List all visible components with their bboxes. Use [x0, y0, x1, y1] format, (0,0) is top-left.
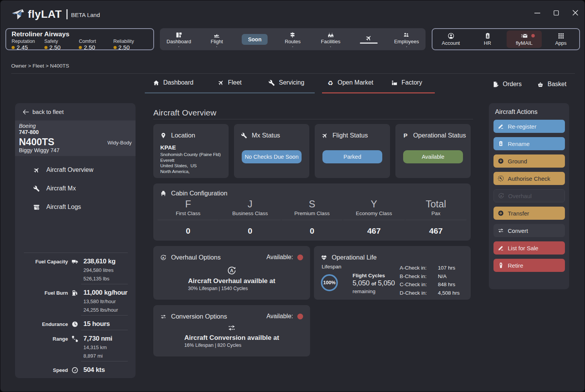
- nav-item-facilities[interactable]: Facilities: [312, 28, 349, 50]
- pen-icon: [498, 123, 504, 129]
- card-title: Operational Status: [413, 132, 466, 139]
- tab-orders[interactable]: Orders: [492, 76, 522, 92]
- flight-cycles-label: Flight Cycles: [353, 273, 400, 279]
- button-label: Convert: [508, 227, 528, 234]
- orders-file-icon: [492, 81, 499, 88]
- tab-fleet[interactable]: Fleet: [202, 76, 258, 92]
- stat-label: Reputation: [12, 39, 44, 44]
- c-check-row: C-Check in: 848 hrs: [400, 280, 465, 289]
- nav-item-aircraft-active[interactable]: [349, 28, 387, 50]
- arrow-left-icon: [23, 109, 29, 115]
- sidebar-item-label: Aircraft Mx: [46, 185, 76, 192]
- ground-button[interactable]: Ground: [493, 154, 565, 168]
- nav-item-flight[interactable]: Flight: [198, 28, 236, 50]
- quick-nav-label: HR: [484, 40, 491, 46]
- coffin-icon: [498, 262, 504, 268]
- card-title: Operational Life: [332, 254, 377, 261]
- cabin-col-economy: Y Economy Class: [343, 198, 404, 220]
- circle-right-icon: [498, 210, 504, 216]
- soon-badge: Soon: [242, 34, 268, 45]
- operational-status-pill[interactable]: Available: [403, 150, 463, 163]
- a-check-row: A-Check in: 107 hrs: [400, 264, 465, 272]
- maximize-button[interactable]: [547, 0, 566, 25]
- minimize-button[interactable]: [528, 0, 547, 25]
- flight-cycles-value: 5,050 of 5,050: [353, 279, 400, 288]
- button-label: Authorise Check: [508, 175, 550, 182]
- conversion-options-card: Conversion Options Available: Aircraft C…: [153, 305, 310, 356]
- overhaul-button[interactable]: Overhaul: [493, 189, 565, 202]
- app-window: flyLAT BETA Land Retroliner Airways Repu…: [0, 0, 585, 392]
- close-button[interactable]: [566, 0, 585, 25]
- location-pin-icon: [160, 132, 166, 139]
- nav-item-dashboard[interactable]: Dashboard: [160, 28, 198, 50]
- quick-nav-flymail[interactable]: flyMAIL: [507, 31, 542, 48]
- remaining-label: remaining: [353, 288, 400, 295]
- stat-alt-value: 8,897 mi: [83, 353, 128, 359]
- cabin-class-count: 467: [405, 220, 467, 236]
- retire-button[interactable]: Retire: [493, 259, 565, 272]
- flight-status-pill[interactable]: Parked: [322, 150, 382, 163]
- location-line: Snohomish County (Paine Fld): [160, 152, 223, 158]
- list-for-sale-button[interactable]: List for Sale: [493, 241, 565, 255]
- quick-nav-apps[interactable]: Apps: [543, 31, 578, 48]
- airline-summary-card[interactable]: Retroliner Airways Reputation 2.45 Safet…: [5, 28, 154, 50]
- convert-button[interactable]: Convert: [493, 224, 565, 237]
- d-check-row: D-Check in: 4,508 hrs: [400, 289, 465, 297]
- quick-nav: Account HR flyMAIL Apps: [432, 28, 580, 50]
- rating-dot: [44, 46, 47, 49]
- mail-icon: [521, 32, 528, 39]
- mail-notification-dot: [531, 34, 535, 37]
- stat-value: 504 kts: [83, 367, 128, 373]
- nav-label: Flight: [211, 39, 223, 44]
- sidebar-item-aircraft-overview[interactable]: Aircraft Overview: [15, 161, 136, 179]
- authorise-check-button[interactable]: Authorise Check: [493, 172, 565, 185]
- window-controls: [528, 0, 585, 25]
- breadcrumb[interactable]: Owner > Fleet > N400TS: [11, 63, 69, 69]
- stat-alt-value: 24,255 lbs/hour: [83, 307, 128, 313]
- nav-dot: [330, 46, 331, 47]
- parking-icon: [402, 132, 409, 139]
- stat-value: 238,610 kg: [83, 258, 128, 265]
- stat-value: 15 hours: [83, 321, 128, 327]
- tab-dashboard[interactable]: Dashboard: [145, 76, 202, 92]
- home-icon: [153, 80, 159, 86]
- sidebar-item-aircraft-mx[interactable]: Aircraft Mx: [15, 179, 136, 198]
- rename-button[interactable]: Rename: [493, 137, 565, 150]
- fuel-pump-icon: [71, 290, 78, 296]
- quick-nav-hr[interactable]: HR: [470, 31, 505, 48]
- card-title: Flight Status: [332, 132, 368, 139]
- nav-item-soon[interactable]: Soon: [236, 28, 274, 50]
- tab-factory[interactable]: Factory: [378, 76, 435, 92]
- stat-value: 2.45: [17, 44, 28, 51]
- cabin-class-name: Economy Class: [343, 210, 404, 217]
- location-line: United States, US: [160, 163, 223, 169]
- tab-basket[interactable]: Basket: [537, 76, 566, 92]
- gauge-icon: [71, 367, 78, 373]
- tab-open-market[interactable]: Open Market: [322, 76, 378, 92]
- sidebar-item-aircraft-logs[interactable]: Aircraft Logs: [15, 198, 136, 216]
- cabin-col-total: Total Pax: [405, 198, 466, 220]
- overhaul-icon: [227, 266, 236, 275]
- mx-status-pill[interactable]: No Checks Due Soon: [242, 150, 302, 163]
- nav-item-employees[interactable]: Employees: [388, 28, 426, 50]
- nav-item-routes[interactable]: Routes: [274, 28, 312, 50]
- back-to-fleet-button[interactable]: back to fleet: [15, 103, 136, 120]
- transfer-button[interactable]: Transfer: [493, 207, 565, 220]
- quick-nav-account[interactable]: Account: [433, 31, 468, 48]
- tab-servicing[interactable]: Servicing: [258, 76, 315, 92]
- re-register-button[interactable]: Re-register: [493, 120, 565, 133]
- cabin-class-code: Total: [405, 198, 466, 210]
- card-title: Conversion Options: [171, 313, 227, 320]
- stat-label: Fuel Capacity: [35, 258, 68, 265]
- wrench-circle-icon: [498, 175, 504, 182]
- overhaul-icon: [498, 193, 504, 199]
- check-value: 4,508 hrs: [438, 290, 460, 296]
- button-label: Overhaul: [508, 193, 532, 199]
- card-title: Cabin Configuration: [171, 190, 227, 197]
- stat-endurance: Endurance 15 hours: [23, 316, 128, 328]
- brand-separator: [66, 9, 68, 19]
- tab-label: Fleet: [228, 79, 242, 86]
- available-label: Available:: [266, 313, 293, 320]
- id-badge-icon: [498, 141, 504, 147]
- cabin-class-code: J: [219, 198, 280, 210]
